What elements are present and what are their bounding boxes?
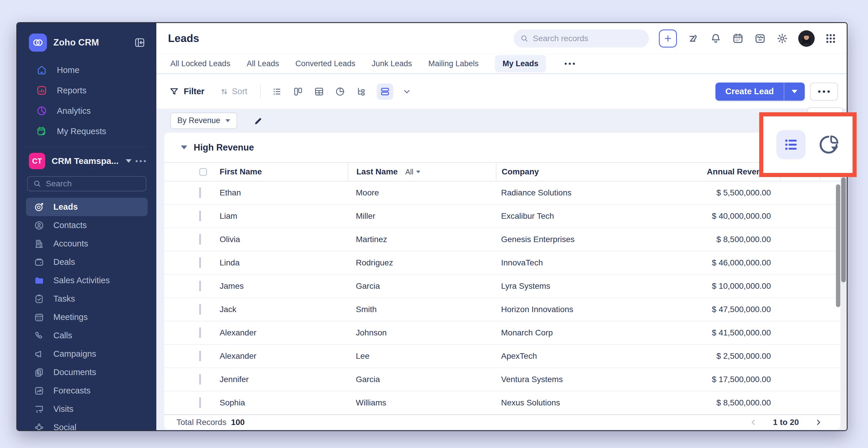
table-scrollbar-thumb[interactable] [836,184,840,307]
sidebar-item-my-requests[interactable]: My Requests [17,121,156,141]
more-actions-button[interactable] [810,83,838,101]
sidebar-item-sales-activities[interactable]: Sales Activities [26,271,148,290]
sidebar-item-visits[interactable]: Visits [26,400,148,418]
edit-view-pencil-icon[interactable] [253,116,264,126]
cell-last-name: Martinez [348,235,496,244]
sidebar-item-campaigns[interactable]: Campaigns [26,345,148,363]
sidebar-modules: Leads Contacts Accounts [17,198,156,430]
view-tabs: All Locked Leads All Leads Converted Lea… [156,54,847,74]
column-header-company[interactable]: Company [496,163,680,181]
table-row[interactable]: Ethan Moore Radiance Solutions $ 5,500,0… [164,182,840,205]
sidebar-item-leads[interactable]: Leads [26,198,148,216]
cell-last-name: Johnson [348,328,496,338]
row-checkbox[interactable] [199,304,201,315]
assistant-icon[interactable] [754,32,766,44]
sort-button[interactable]: Sort [220,87,247,96]
tab-converted-leads[interactable]: Converted Leads [296,59,355,68]
row-checkbox[interactable] [199,281,201,291]
plus-icon [663,34,673,43]
sidebar-item-tasks[interactable]: Tasks [26,290,148,308]
create-lead-dropdown[interactable] [784,83,805,101]
next-page-icon[interactable] [814,418,823,427]
table-row[interactable]: Alexander Lee ApexTech $ 2,500,000.00 [164,345,840,368]
row-checkbox[interactable] [199,351,201,361]
tab-all-leads[interactable]: All Leads [247,59,279,68]
tabs-overflow-icon[interactable] [565,63,575,65]
list-view-icon[interactable] [776,130,806,159]
sidebar-search[interactable] [27,176,147,191]
cell-annual-revenue: $ 40,000,000.00 [680,212,780,221]
table-row[interactable]: Olivia Martinez Genesis Enterprises $ 8,… [164,228,840,251]
table-row[interactable]: Sophia Williams Nexus Solutions $ 8,500,… [164,391,840,414]
column-header-first-name[interactable]: First Name [212,163,348,181]
sidebar-search-input[interactable] [46,179,141,188]
create-lead-button[interactable]: Create Lead [715,83,805,101]
hierarchy-view-icon[interactable] [356,86,366,97]
table-row[interactable]: Jennifer Garcia Ventura Systems $ 17,500… [164,368,840,391]
tab-all-locked-leads[interactable]: All Locked Leads [170,59,230,68]
row-checkbox[interactable] [199,374,201,385]
sidebar-item-reports[interactable]: Reports [17,80,156,101]
row-checkbox[interactable] [199,257,201,268]
sidebar-item-label: Tasks [53,294,75,303]
cell-company: Monarch Corp [496,328,680,338]
cell-annual-revenue: $ 47,500,000.00 [680,305,780,314]
sidebar-item-social[interactable]: Social [26,418,148,430]
chart-view-icon[interactable] [335,86,345,97]
table-row[interactable]: Liam Miller Excalibur Tech $ 40,000,000.… [164,205,840,228]
cell-first-name: Alexander [212,328,348,338]
chevron-down-icon[interactable] [126,159,131,163]
sidebar-item-analytics[interactable]: Analytics [17,101,156,121]
sales-activities-icon [34,275,44,286]
quick-create-button[interactable] [659,29,677,47]
bell-icon[interactable] [710,32,722,44]
sidebar-item-home[interactable]: Home [17,60,156,80]
sidebar-item-forecasts[interactable]: Forecasts [26,382,148,400]
calendar-icon[interactable] [732,32,744,44]
user-avatar[interactable] [798,30,815,47]
group-by-select[interactable]: By Revenue [170,113,237,129]
cell-last-name: Williams [348,398,496,408]
column-header-last-name[interactable]: Last Name All [348,163,496,181]
sidebar-item-meetings[interactable]: Meetings [26,308,148,326]
zia-icon[interactable] [687,32,700,45]
list-view-icon[interactable] [272,86,282,97]
sidebar-item-contacts[interactable]: Contacts [26,216,148,234]
views-chevron-down-icon[interactable] [402,87,412,97]
zoho-crm-logo-icon [29,34,47,52]
teamspace-switcher[interactable]: CT CRM Teamspa... [17,147,156,169]
tab-junk-leads[interactable]: Junk Leads [372,59,412,68]
gear-icon[interactable] [776,32,788,44]
leads-icon [34,202,44,212]
table-row[interactable]: Linda Rodriguez InnovaTech $ 46,000,000.… [164,251,840,275]
window-scrollbar-thumb[interactable] [841,177,846,282]
pie-chart-icon[interactable] [819,134,839,155]
global-search[interactable] [514,29,649,47]
tab-mailing-labels[interactable]: Mailing Labels [428,59,478,68]
sidebar-item-calls[interactable]: Calls [26,326,148,345]
global-search-input[interactable] [533,34,643,43]
table-row[interactable]: Alexander Johnson Monarch Corp $ 41,500,… [164,321,840,345]
table-view-icon[interactable] [314,86,324,97]
select-all-checkbox[interactable] [199,168,207,176]
row-checkbox[interactable] [199,187,201,198]
app-launcher-icon[interactable] [825,32,837,44]
kanban-view-icon[interactable] [293,86,303,97]
sidebar-item-accounts[interactable]: Accounts [26,234,148,253]
sidebar-item-deals[interactable]: Deals [26,253,148,271]
teamspace-more-icon[interactable] [135,160,146,162]
row-checkbox[interactable] [199,327,201,338]
row-checkbox[interactable] [199,234,201,245]
filter-button[interactable]: Filter [169,87,205,97]
sidebar-item-documents[interactable]: Documents [26,363,148,382]
prev-page-icon[interactable] [749,418,758,427]
tab-my-leads[interactable]: My Leads [495,55,546,72]
collapse-panel-icon[interactable] [133,36,146,49]
rows-view-icon[interactable] [377,84,393,100]
last-name-filter[interactable]: All [405,168,421,176]
collapse-group-icon[interactable] [181,146,187,149]
table-row[interactable]: Jack Smith Horizon Innovations $ 47,500,… [164,298,840,321]
row-checkbox[interactable] [199,397,201,408]
row-checkbox[interactable] [199,211,201,221]
table-row[interactable]: James Garcia Lyra Systems $ 10,000,000.0… [164,275,840,298]
